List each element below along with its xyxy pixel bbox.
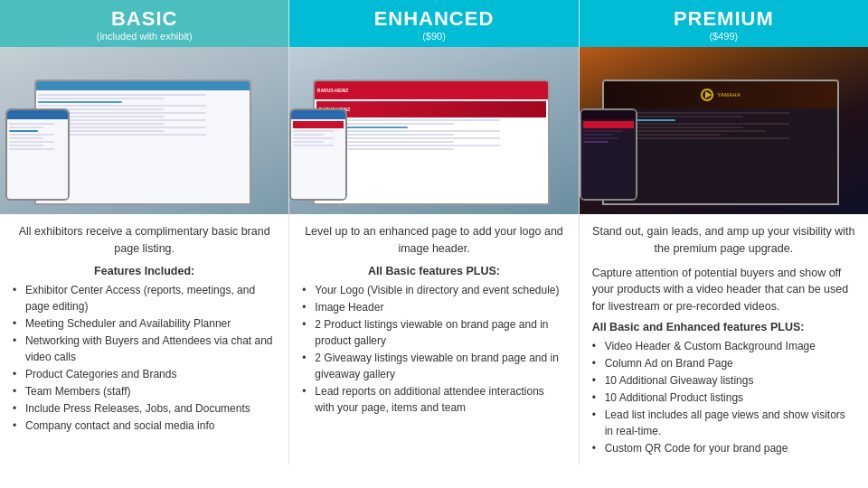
enhanced-features-list: Your Logo (Visible in directory and even…	[302, 282, 565, 416]
list-item: Networking with Buyers and Attendees via…	[13, 333, 276, 365]
premium-title: PREMIUM	[589, 7, 859, 31]
enhanced-badge: ENHANCED ($90)	[289, 0, 578, 47]
basic-text-section: All exhibitors receive a complimentary b…	[0, 214, 288, 442]
basic-intro: All exhibitors receive a complimentary b…	[13, 223, 276, 258]
enhanced-laptop: RARUS-HEINZ RARUS-HEINZ	[313, 80, 550, 205]
list-item: Include Press Releases, Jobs, and Docume…	[13, 400, 276, 417]
pricing-container: BASIC (included with exhibit)	[0, 0, 868, 465]
list-item: 10 Additional Giveaway listings	[592, 372, 855, 389]
premium-intro2: Capture attention of potential buyers an…	[592, 265, 855, 315]
enhanced-title: ENHANCED	[298, 7, 569, 31]
list-item: Custom QR Code for your brand page	[592, 440, 855, 456]
basic-column: BASIC (included with exhibit)	[0, 0, 289, 465]
premium-text-section: Stand out, gain leads, and amp up your v…	[580, 214, 868, 465]
enhanced-features-title: All Basic features PLUS:	[302, 265, 565, 277]
premium-laptop: YAMAHA	[602, 80, 839, 205]
enhanced-mock-screen: RARUS-HEINZ RARUS-HEINZ	[289, 47, 578, 214]
basic-image	[0, 47, 288, 214]
list-item: Company contact and social media info	[13, 418, 276, 434]
enhanced-column: ENHANCED ($90) RARUS-HEINZ RARUS-HEINZ	[289, 0, 579, 465]
premium-features-list: Video Header & Custom Background Image C…	[592, 338, 855, 456]
enhanced-intro: Level up to an enhanced page to add your…	[302, 223, 565, 258]
list-item: Exhibitor Center Access (reports, meetin…	[13, 282, 276, 314]
basic-title: BASIC	[9, 7, 279, 31]
list-item: Product Categories and Brands	[13, 366, 276, 382]
basic-mock-screen	[0, 47, 288, 214]
premium-intro: Stand out, gain leads, and amp up your v…	[592, 223, 855, 258]
premium-mock-screen: YAMAHA	[580, 47, 868, 214]
premium-subtitle: ($499)	[589, 31, 859, 42]
basic-features-list: Exhibitor Center Access (reports, meetin…	[13, 282, 276, 434]
premium-column: PREMIUM ($499) YAMAHA	[580, 0, 868, 465]
basic-phone	[5, 108, 69, 201]
basic-badge: BASIC (included with exhibit)	[0, 0, 288, 47]
basic-features-title: Features Included:	[13, 265, 276, 277]
list-item: 10 Additional Product listings	[592, 389, 855, 406]
list-item: Your Logo (Visible in directory and even…	[302, 282, 565, 298]
list-item: 2 Product listings viewable on brand pag…	[302, 316, 565, 349]
list-item: Lead reports on additional attendee inte…	[302, 383, 565, 416]
list-item: Team Members (staff)	[13, 383, 276, 399]
basic-subtitle: (included with exhibit)	[9, 31, 279, 42]
premium-image: YAMAHA	[580, 47, 868, 214]
premium-features-title: All Basic and Enhanced features PLUS:	[592, 321, 855, 333]
enhanced-phone	[289, 108, 347, 201]
list-item: Meeting Scheduler and Availability Plann…	[13, 315, 276, 332]
list-item: Column Ad on Brand Page	[592, 355, 855, 371]
premium-phone	[580, 108, 637, 201]
list-item: Image Header	[302, 299, 565, 315]
list-item: Lead list includes all page views and sh…	[592, 407, 855, 439]
enhanced-image: RARUS-HEINZ RARUS-HEINZ	[289, 47, 578, 214]
enhanced-subtitle: ($90)	[298, 31, 569, 42]
list-item: 2 Giveaway listings viewable on brand pa…	[302, 350, 565, 382]
enhanced-text-section: Level up to an enhanced page to add your…	[289, 214, 578, 424]
list-item: Video Header & Custom Background Image	[592, 338, 855, 354]
premium-badge: PREMIUM ($499)	[580, 0, 868, 47]
